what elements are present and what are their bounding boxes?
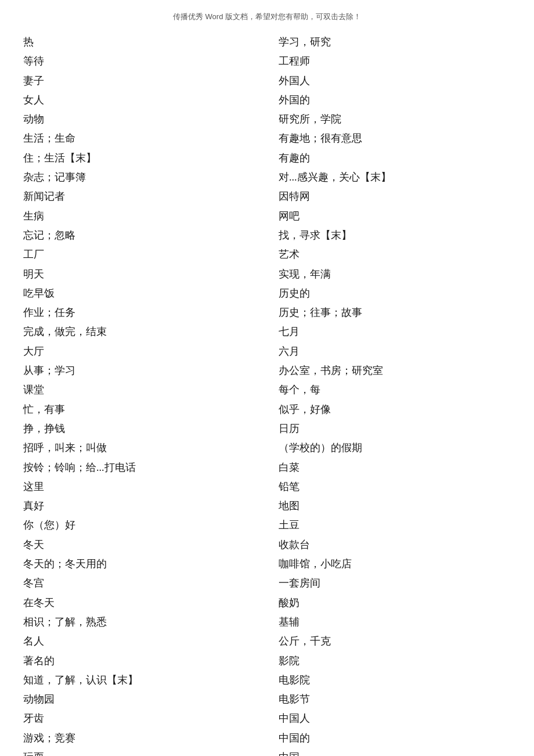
left-vocab-item: 吃早饭 — [23, 284, 255, 303]
right-vocab-item: 六月 — [279, 342, 511, 361]
right-vocab-item: 收款台 — [279, 535, 511, 555]
right-vocab-item: 找，寻求【末】 — [279, 226, 511, 245]
left-vocab-item: 作业；任务 — [23, 303, 255, 322]
left-vocab-item: 忘记；忽略 — [23, 226, 255, 245]
left-vocab-item: 招呼，叫来；叫做 — [23, 438, 255, 458]
right-vocab-item: 白菜 — [279, 458, 511, 477]
right-column: 学习，研究工程师外国人外国的研究所，学院有趣地；很有意思有趣的对...感兴趣，关… — [267, 33, 511, 756]
left-vocab-item: 这里 — [23, 477, 255, 496]
right-vocab-item: 土豆 — [279, 516, 511, 535]
right-vocab-item: 中国人 — [279, 709, 511, 728]
right-vocab-item: 历史；往事；故事 — [279, 303, 511, 322]
left-vocab-item: 住；生活【末】 — [23, 149, 255, 168]
right-vocab-item: 对...感兴趣，关心【末】 — [279, 168, 511, 187]
right-vocab-item: 似乎，好像 — [279, 400, 511, 419]
right-vocab-item: 外国的 — [279, 91, 511, 110]
left-vocab-item: 牙齿 — [23, 709, 255, 728]
left-vocab-item: 动物 — [23, 110, 255, 129]
left-vocab-item: 著名的 — [23, 651, 255, 671]
right-vocab-item: 中国的 — [279, 729, 511, 748]
left-vocab-item: 真好 — [23, 496, 255, 516]
right-vocab-item: 电影院 — [279, 671, 511, 690]
left-vocab-item: 冬天 — [23, 535, 255, 555]
left-vocab-item: 从事；学习 — [23, 361, 255, 380]
right-vocab-item: 酸奶 — [279, 593, 511, 613]
left-vocab-item: 冬宫 — [23, 574, 255, 593]
left-vocab-item: 冬天的；冬天用的 — [23, 555, 255, 574]
right-vocab-item: 有趣地；很有意思 — [279, 129, 511, 148]
right-vocab-item: 电影节 — [279, 690, 511, 709]
left-vocab-item: 女人 — [23, 91, 255, 110]
left-vocab-item: 知道，了解，认识【末】 — [23, 671, 255, 690]
left-vocab-item: 按铃；铃响；给...打电话 — [23, 458, 255, 477]
content-area: 热等待妻子女人动物生活；生命住；生活【末】杂志；记事簿新闻记者生病忘记；忽略工厂… — [23, 33, 511, 756]
left-vocab-item: 玩耍 — [23, 748, 255, 756]
right-vocab-item: 影院 — [279, 651, 511, 671]
right-vocab-item: 因特网 — [279, 187, 511, 206]
left-column: 热等待妻子女人动物生活；生命住；生活【末】杂志；记事簿新闻记者生病忘记；忽略工厂… — [23, 33, 267, 756]
left-vocab-item: 动物园 — [23, 690, 255, 709]
right-vocab-item: 艺术 — [279, 245, 511, 264]
left-vocab-item: 挣，挣钱 — [23, 419, 255, 438]
left-vocab-item: 生病 — [23, 207, 255, 226]
left-vocab-item: 新闻记者 — [23, 187, 255, 206]
left-vocab-item: 妻子 — [23, 71, 255, 91]
left-vocab-item: 游戏；竞赛 — [23, 729, 255, 748]
left-vocab-item: 课堂 — [23, 380, 255, 399]
right-vocab-item: 每个，每 — [279, 380, 511, 399]
left-vocab-item: 忙，有事 — [23, 400, 255, 419]
left-vocab-item: 等待 — [23, 52, 255, 71]
left-vocab-item: 你（您）好 — [23, 516, 255, 535]
right-vocab-item: 中国 — [279, 748, 511, 756]
right-vocab-item: 地图 — [279, 496, 511, 516]
left-vocab-item: 在冬天 — [23, 593, 255, 613]
right-vocab-item: 学习，研究 — [279, 33, 511, 52]
right-vocab-item: 七月 — [279, 322, 511, 341]
top-banner: 传播优秀 Word 版文档，希望对您有帮助，可双击去除！ — [23, 12, 511, 22]
right-vocab-item: 网吧 — [279, 207, 511, 226]
right-vocab-item: （学校的）的假期 — [279, 438, 511, 458]
right-vocab-item: 实现，年满 — [279, 265, 511, 284]
right-vocab-item: 工程师 — [279, 52, 511, 71]
right-vocab-item: 外国人 — [279, 71, 511, 91]
left-vocab-item: 相识；了解，熟悉 — [23, 613, 255, 632]
left-vocab-item: 生活；生命 — [23, 129, 255, 148]
right-vocab-item: 研究所，学院 — [279, 110, 511, 129]
left-vocab-item: 杂志；记事簿 — [23, 168, 255, 187]
right-vocab-item: 铅笔 — [279, 477, 511, 496]
right-vocab-item: 有趣的 — [279, 149, 511, 168]
left-vocab-item: 名人 — [23, 632, 255, 651]
right-vocab-item: 咖啡馆，小吃店 — [279, 555, 511, 574]
right-vocab-item: 历史的 — [279, 284, 511, 303]
right-vocab-item: 日历 — [279, 419, 511, 438]
left-vocab-item: 热 — [23, 33, 255, 52]
left-vocab-item: 工厂 — [23, 245, 255, 264]
left-vocab-item: 完成，做完，结束 — [23, 322, 255, 341]
left-vocab-item: 大厅 — [23, 342, 255, 361]
right-vocab-item: 基辅 — [279, 613, 511, 632]
left-vocab-item: 明天 — [23, 265, 255, 284]
right-vocab-item: 一套房间 — [279, 574, 511, 593]
right-vocab-item: 公斤，千克 — [279, 632, 511, 651]
right-vocab-item: 办公室，书房；研究室 — [279, 361, 511, 380]
